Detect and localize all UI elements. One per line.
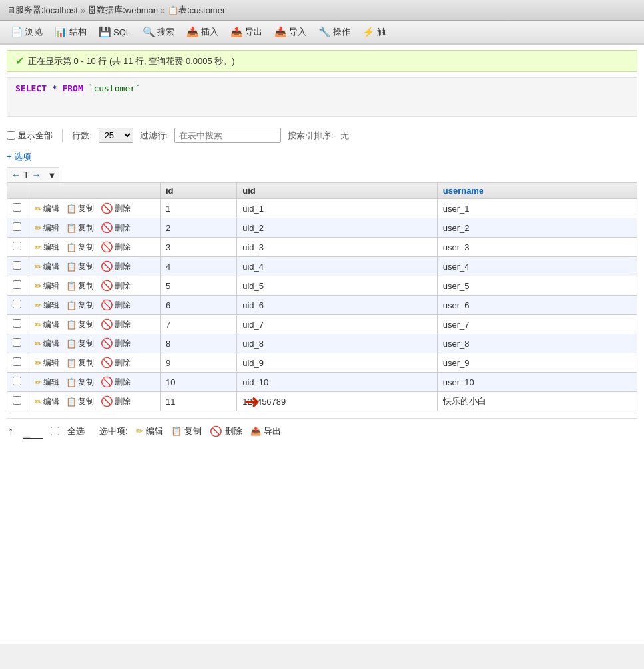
filter-input[interactable]	[174, 128, 281, 143]
row-username: user_5	[437, 276, 637, 296]
show-all-label[interactable]: 显示全部	[7, 130, 53, 142]
delete-button[interactable]: 🚫 删除	[99, 240, 133, 254]
edit-button[interactable]: ✏ 编辑	[33, 337, 61, 350]
row-checkbox[interactable]	[13, 377, 21, 385]
delete-button[interactable]: 🚫 删除	[99, 260, 133, 273]
row-actions: ✏ 编辑 📋 复制 🚫 删除	[33, 298, 155, 312]
edit-label: 编辑	[43, 396, 59, 407]
copy-button[interactable]: 📋 复制	[64, 337, 96, 350]
import-button[interactable]: 📥 导入	[269, 23, 312, 41]
copy-button[interactable]: 📋 复制	[64, 299, 96, 312]
row-checkbox[interactable]	[13, 357, 21, 366]
row-actions: ✏ 编辑 📋 复制 🚫 删除	[33, 395, 155, 408]
delete-button[interactable]: 🚫 删除	[99, 279, 133, 292]
insert-icon: 📥	[186, 26, 199, 38]
row-checkbox[interactable]	[13, 261, 21, 270]
edit-label: 编辑	[43, 222, 59, 234]
edit-button[interactable]: ✏ 编辑	[33, 299, 61, 312]
row-actions-cell: ✏ 编辑 📋 复制 🚫 删除	[27, 373, 161, 392]
row-checkbox[interactable]	[13, 203, 21, 212]
delete-icon: 🚫	[101, 222, 113, 234]
col-header-id[interactable]: id	[161, 183, 237, 199]
bottom-delete-button[interactable]: 🚫 删除	[210, 425, 242, 437]
row-actions-cell: ✏ 编辑 📋 复制 🚫 删除	[27, 218, 161, 238]
edit-button[interactable]: ✏ 编辑	[33, 241, 61, 254]
col-header-uid[interactable]: uid	[237, 183, 438, 199]
copy-button[interactable]: 📋 复制	[64, 222, 96, 234]
operations-label: 操作	[333, 26, 350, 38]
copy-button[interactable]: 📋 复制	[64, 260, 96, 273]
delete-button[interactable]: 🚫 删除	[99, 298, 133, 312]
row-checkbox-cell	[7, 218, 27, 238]
row-checkbox[interactable]	[13, 338, 21, 347]
structure-button[interactable]: 📊 结构	[49, 23, 92, 41]
bottom-delete-icon: 🚫	[210, 425, 222, 437]
search-icon: 🔍	[143, 26, 155, 38]
row-checkbox[interactable]	[13, 300, 21, 308]
copy-label: 复制	[78, 377, 94, 388]
table-row: ✏ 编辑 📋 复制 🚫 删除 4 uid_4 user_4	[7, 257, 637, 276]
browse-button[interactable]: 📄 浏览	[5, 23, 48, 41]
delete-icon: 🚫	[101, 260, 113, 272]
row-checkbox[interactable]	[13, 222, 21, 231]
edit-button[interactable]: ✏ 编辑	[33, 357, 61, 369]
operations-button[interactable]: 🔧 操作	[313, 23, 356, 41]
edit-button[interactable]: ✏ 编辑	[33, 280, 61, 292]
edit-button[interactable]: ✏ 编辑	[33, 222, 61, 234]
copy-icon: 📋	[66, 397, 77, 407]
edit-button[interactable]: ✏ 编辑	[33, 376, 61, 389]
bottom-edit-button[interactable]: ✏ 编辑	[136, 425, 163, 437]
edit-label: 编辑	[43, 300, 59, 311]
copy-button[interactable]: 📋 复制	[64, 280, 96, 292]
copy-button[interactable]: 📋 复制	[64, 395, 96, 408]
row-checkbox[interactable]	[13, 319, 21, 328]
pencil-icon: ✏	[35, 339, 42, 349]
row-username: user_3	[437, 238, 637, 257]
nav-arrows-row: ← T → ▼	[7, 167, 59, 182]
delete-button[interactable]: 🚫 删除	[99, 221, 133, 234]
structure-label: 结构	[69, 26, 87, 38]
row-checkbox[interactable]	[13, 242, 21, 250]
copy-button[interactable]: 📋 复制	[64, 357, 96, 369]
pencil-icon: ✏	[35, 262, 42, 272]
copy-button[interactable]: 📋 复制	[64, 202, 96, 215]
delete-button[interactable]: 🚫 删除	[99, 202, 133, 215]
export-button[interactable]: 📤 导出	[225, 23, 268, 41]
sql-button[interactable]: 💾 SQL	[93, 23, 136, 41]
bottom-export-button[interactable]: 📤 导出	[250, 425, 281, 437]
row-username: user_8	[437, 334, 637, 353]
bottom-select-all-checkbox[interactable]	[51, 427, 59, 435]
edit-button[interactable]: ✏ 编辑	[33, 318, 61, 331]
options-link[interactable]: + 选项	[7, 151, 31, 163]
edit-button[interactable]: ✏ 编辑	[33, 260, 61, 273]
delete-button[interactable]: 🚫 删除	[99, 337, 133, 350]
bottom-copy-button[interactable]: 📋 复制	[171, 425, 202, 437]
edit-button[interactable]: ✏ 编辑	[33, 202, 61, 215]
copy-icon: 📋	[66, 320, 77, 330]
pencil-icon: ✏	[35, 204, 42, 214]
copy-button[interactable]: 📋 复制	[64, 241, 96, 254]
table-row: ✏ 编辑 📋 复制 🚫 删除 3 uid_3 user_3	[7, 238, 637, 257]
triggers-button[interactable]: ⚡ 触	[357, 23, 391, 41]
server-name: localhost	[44, 5, 78, 15]
pencil-icon: ✏	[35, 358, 42, 368]
insert-button[interactable]: 📥 插入	[181, 23, 224, 41]
row-checkbox[interactable]	[13, 280, 21, 289]
delete-button[interactable]: 🚫 删除	[99, 395, 133, 408]
copy-button[interactable]: 📋 复制	[64, 376, 96, 389]
show-all-checkbox[interactable]	[7, 131, 15, 140]
row-username: user_10	[437, 373, 637, 392]
row-checkbox[interactable]	[13, 396, 21, 405]
nav-right-button[interactable]: →	[31, 170, 43, 180]
delete-icon: 🚫	[101, 299, 113, 311]
copy-button[interactable]: 📋 复制	[64, 318, 96, 331]
rows-select[interactable]: 25 50 100	[99, 128, 133, 143]
col-header-username[interactable]: username	[437, 183, 637, 199]
search-button[interactable]: 🔍 搜索	[137, 23, 180, 41]
nav-left-button[interactable]: ←	[10, 170, 22, 180]
delete-button[interactable]: 🚫 删除	[99, 318, 133, 331]
edit-button[interactable]: ✏ 编辑	[33, 395, 61, 408]
delete-button[interactable]: 🚫 删除	[99, 356, 133, 369]
delete-button[interactable]: 🚫 删除	[99, 375, 133, 389]
bottom-nav-left-button[interactable]: ↑	[7, 425, 15, 437]
